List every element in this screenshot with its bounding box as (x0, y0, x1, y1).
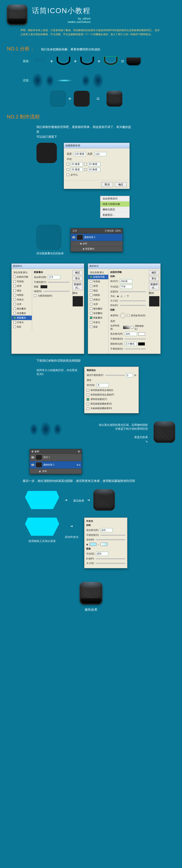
dialog-title: 创建圆角矩形 (64, 143, 129, 148)
ls-opt[interactable]: 颜色叠加 (88, 307, 108, 311)
fill-opacity-slider[interactable] (105, 375, 125, 376)
height-input[interactable]: 120 (95, 152, 107, 156)
pattern-rrect-icon (50, 91, 66, 106)
layer-row[interactable]: 图层 1 (30, 454, 82, 461)
radius-br-input[interactable]: 20 像素 (88, 168, 100, 172)
ls-opt-bevel[interactable]: 斜面和浮雕 (88, 275, 108, 279)
newstyle-button[interactable]: 新建样式... (73, 282, 83, 290)
shadow-blob-icon (93, 72, 104, 89)
depth-slider[interactable] (120, 291, 146, 292)
ctx-item[interactable]: 栅格化图层 (100, 207, 129, 212)
layer-row[interactable]: 圆角矩形 1 fx ▾ (30, 461, 82, 469)
ls-opt[interactable]: 内阴影 (88, 293, 108, 298)
radius-bl-input[interactable]: 20 像素 (71, 168, 83, 172)
ctx-item-smartobject[interactable]: 转换为智能对象 (100, 202, 129, 207)
shadow-blob-small-icon (53, 423, 62, 436)
ls-opt-pattern[interactable]: 图案叠加 (11, 316, 32, 320)
ls-opt[interactable]: 外发光 (88, 320, 108, 324)
contour-swatch[interactable] (123, 326, 129, 329)
ls-opt[interactable]: 等高线 (11, 279, 32, 284)
reset-button[interactable]: 复位 (73, 276, 83, 281)
base-label: 底座: (23, 59, 30, 63)
fx-row[interactable]: ◉ 效果 (30, 469, 82, 474)
preview-swatch (149, 296, 159, 307)
link-check[interactable] (67, 163, 69, 165)
ls-opt[interactable]: 光泽 (11, 302, 32, 307)
layer-row[interactable]: 圆角矩形 1 (71, 234, 123, 241)
opacity-slider[interactable] (48, 282, 69, 283)
fx-row[interactable]: ◉ 效果 (71, 241, 123, 246)
layer-style-pattern-dialog: 图层样式 混合选项:默认 斜面和浮雕 等高线 纹理 描边 内阴影 内发光 光泽 … (11, 264, 84, 354)
shadow-blob-icon (32, 72, 43, 89)
base-curve-icon (55, 57, 72, 66)
cancel-button[interactable]: 取消 (101, 182, 113, 187)
ls-opt[interactable]: 纹理 (11, 284, 32, 288)
ls-opt[interactable]: 投影 (11, 324, 32, 329)
glow-color-swatch[interactable] (89, 543, 97, 546)
eye-icon[interactable] (31, 464, 34, 466)
ctx-item[interactable]: 自由变换路径 (100, 196, 129, 202)
caption-covereffect: 遮盖后效果 (68, 435, 148, 439)
ls-opt[interactable]: 内发光 (88, 298, 108, 302)
ls-opt[interactable]: 颜色叠加 (11, 307, 32, 311)
pattern-swatch[interactable] (41, 285, 47, 288)
fx-row[interactable]: ◉ 图案叠加 (71, 246, 123, 252)
ls-opt[interactable]: 纹理 (88, 284, 108, 288)
create-rrect-dialog: 创建圆角矩形 宽度: 120 像素 高度: 120 半径: 20 像素 20 像… (64, 143, 130, 189)
angle-dial[interactable] (120, 313, 126, 318)
ls-opt[interactable]: 渐变叠加 (88, 311, 108, 316)
width-input[interactable]: 120 像素 (74, 152, 86, 156)
link-check[interactable] (84, 163, 87, 165)
blend-select[interactable]: 正常 (48, 275, 60, 279)
scale-slider[interactable] (44, 291, 69, 292)
ls-opt[interactable]: 渐变叠加 (11, 311, 32, 316)
ctx-item[interactable]: 新建图层... (100, 212, 129, 218)
hero-microphone-icon (7, 4, 27, 25)
final-microphone-icon (80, 582, 102, 604)
advanced-blend-dialog: 高级混合 填充不透明度(F):0% 通道: 挖空(N):无 将内部效果混合成组(… (84, 367, 139, 413)
center-check[interactable] (67, 174, 69, 176)
soften-slider[interactable] (120, 305, 146, 306)
base-final-icon (127, 57, 140, 65)
ls-opt[interactable]: 混合选项:默认 (88, 270, 108, 275)
caption-after-pattern: 添加图案叠加后的效果 (36, 252, 64, 255)
radius-tl-input[interactable]: 20 像素 (71, 162, 83, 166)
base-decomposition-row: 底座: + + + = (23, 57, 175, 66)
mic-decomposition-row: 话筒: (23, 72, 175, 89)
plus-icon: + (97, 58, 101, 64)
ls-opt[interactable]: 描边 (88, 288, 108, 293)
radius-tr-input[interactable]: 20 像素 (88, 162, 100, 166)
link-check[interactable] (84, 168, 87, 171)
ok-button[interactable]: 确定 (115, 182, 127, 187)
caption-drawhighlight: 画出高光顶部的高光区域，及两侧的阴影 并遮盖于刚才画的透明巨型 (68, 423, 148, 431)
newstyle-button[interactable]: 新建样式... (149, 282, 159, 290)
ok-button[interactable]: 确定 (149, 270, 159, 275)
ls-opt[interactable]: 内发光 (11, 298, 32, 302)
ls-opt[interactable]: 图案叠加 (88, 316, 108, 320)
ls-opt[interactable]: 斜面和浮雕 (11, 275, 32, 279)
glow-shape-glow-icon (25, 518, 59, 536)
ok-button[interactable]: 确定 (73, 270, 83, 275)
size-slider[interactable] (120, 300, 146, 301)
link-check[interactable] (67, 168, 69, 171)
ls-opt[interactable]: 内阴影 (11, 293, 32, 298)
ls-opt[interactable]: 等高线 (88, 279, 108, 284)
light-shadow-intro: 下面我们来制作话筒的高光和阴影 (36, 359, 132, 363)
ls-opt[interactable]: 外发光 (11, 320, 32, 324)
arrow-right-icon: ➔ (65, 498, 68, 502)
style-select[interactable]: 内斜面 (120, 279, 132, 283)
method-select[interactable]: 平滑 (120, 285, 132, 289)
ls-opt[interactable]: 描边 (11, 288, 32, 293)
textured-rrect-icon (93, 489, 115, 511)
reset-button[interactable]: 复位 (149, 276, 159, 281)
blend-mode-select[interactable]: 正常 (73, 229, 77, 232)
ls-opt[interactable]: 光泽 (88, 302, 108, 307)
dark-rrect-icon (74, 91, 89, 106)
rrect-dialog-step: 创建圆角矩形 宽度: 120 像素 高度: 120 半径: 20 像素 20 像… (36, 143, 175, 189)
ls-opt[interactable]: 投影 (88, 324, 108, 329)
eye-icon[interactable] (72, 236, 75, 239)
ls-opt[interactable]: 混合选项:默认 (11, 270, 32, 275)
arrow-right-icon: ➔ (65, 524, 78, 528)
eye-icon[interactable] (31, 456, 34, 459)
dialog-title: 图层样式 (11, 264, 84, 269)
